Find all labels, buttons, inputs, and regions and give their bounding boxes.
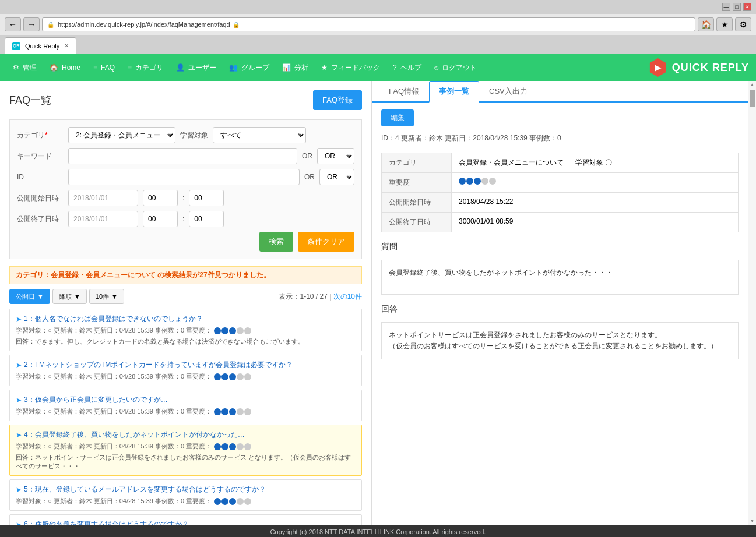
end-min-input[interactable] [189,211,224,227]
nav-user[interactable]: 👤 ユーザー [170,59,222,76]
faq-stars [214,408,251,415]
id-input[interactable] [68,169,300,185]
keyword-row: キーワード OR OR AND [17,148,354,164]
browser-tab-active[interactable]: QR Quick Reply ✕ [5,37,76,54]
id-or-select-wrapper: OR [319,169,354,185]
lock-icon: 🔒 [233,22,240,28]
right-panel: FAQ情報 事例一覧 CSV入出力 編集 ID：4 更新者：鈴木 更新日：201… [372,81,748,525]
star-nav-icon: ★ [321,63,328,72]
nav-feedback[interactable]: ★ フィードバック [315,59,386,76]
right-scrollbar[interactable]: ▲ ▼ [748,81,756,525]
faq-title[interactable]: ➤ 5：現在、登録しているメールアドレスを変更する場合はどうするのですか？ [16,485,356,494]
tab-close-button[interactable]: ✕ [64,43,69,49]
detail-star [459,178,466,185]
faq-title[interactable]: ➤ 6：住所や名義を変更する場合はどうするのですか？ [16,520,356,525]
keyword-or-select-wrapper: OR AND [317,148,354,164]
group-icon: 👥 [229,63,238,72]
category-label: カテゴリ* [17,130,64,140]
sort-count-button[interactable]: 10件 ▼ [89,289,124,304]
scroll-down-arrow[interactable]: ▼ [750,518,755,524]
end-hour-input[interactable] [143,211,178,227]
home-icon[interactable]: 🏠 [698,17,714,31]
search-button[interactable]: 検索 [259,232,293,252]
star-dot [221,373,228,380]
sort-count-arrow-icon: ▼ [111,293,118,300]
faq-meta-text: 学習対象：○ 更新者：鈴木 更新日：04/28 15:39 事例数：0 重要度： [16,326,212,335]
faq-item-6[interactable]: ➤ 6：住所や名義を変更する場合はどうするのですか？ 学習対象：○ 更新者：鈴木… [9,514,362,525]
nav-group-label: グループ [241,63,269,73]
star-dot [237,373,244,380]
address-bar[interactable]: 🔒 https://admin.dev.quick-reply.jp/#/ind… [42,17,695,31]
scroll-up-arrow[interactable]: ▲ [750,82,755,87]
filter-actions: 検索 条件クリア [17,232,354,252]
faq-register-button[interactable]: FAQ登録 [313,90,362,110]
tab-csv-io[interactable]: CSV入出力 [479,81,537,103]
scroll-thumb[interactable] [750,90,755,107]
footer: Copyright (c) 2018 NTT DATA INTELLILINK … [0,525,756,537]
tab-case-list[interactable]: 事例一覧 [429,81,479,103]
start-min-input[interactable] [189,190,224,206]
title-bar: — □ ✕ [0,0,756,14]
id-or-label: OR [304,173,315,181]
id-or-select[interactable]: OR [319,169,354,185]
settings-icon[interactable]: ⚙ [735,17,751,31]
clear-button[interactable]: 条件クリア [298,232,354,252]
keyword-or-select[interactable]: OR AND [317,148,354,164]
faq-stars [214,443,251,450]
faq-title[interactable]: ➤ 4：会員登録終了後、買い物をしたがネットポイントが付かなかった… [16,430,356,440]
faq-item-1[interactable]: ➤ 1：個人名でなければ会員登録はできないのでしょうか？ 学習対象：○ 更新者：… [9,309,362,351]
pager-info: 表示：1-10 / 27 | 次の10件 [279,292,362,302]
forward-button[interactable]: → [23,17,40,31]
nav-faq[interactable]: ≡ FAQ [87,60,121,75]
faq-title-text: 1：個人名でなければ会員登録はできないのでしょうか？ [24,314,203,324]
start-date-input[interactable] [68,190,138,206]
sort-order-label: 降順 [59,292,72,301]
faq-title-text: 4：会員登録終了後、買い物をしたがネットポイントが付かなかった… [24,430,245,440]
results-text: の検索結果が27件見つかりました。 [157,271,270,279]
learning-select[interactable]: すべて [213,127,306,143]
keyword-input[interactable] [68,148,297,164]
next-page-link[interactable]: 次の10件 [333,292,362,301]
nav-analysis-label: 分析 [294,63,308,73]
logo-icon: ▶ [649,58,667,77]
nav-group[interactable]: 👥 グループ [223,59,275,76]
edit-button[interactable]: 編集 [381,109,414,126]
sort-date-button[interactable]: 公開日 ▼ [9,289,50,304]
category-select[interactable]: 2: 会員登録・会員メニュー [68,127,175,143]
detail-star [489,178,496,185]
maximize-button[interactable]: □ [733,3,741,11]
sort-order-button[interactable]: 降順 ▼ [52,289,87,304]
nav-help[interactable]: ? ヘルプ [387,59,427,76]
nav-logout[interactable]: ⎋ ログアウト [428,59,483,76]
nav-manage[interactable]: ⚙ 管理 [7,59,43,76]
faq-stars [214,327,251,334]
star-icon[interactable]: ★ [716,17,733,31]
faq-item-5[interactable]: ➤ 5：現在、登録しているメールアドレスを変更する場合はどうするのですか？ 学習… [9,479,362,511]
faq-answer: 回答：ネットポイントサービスは正会員登録をされましたお客様のみのサービス となり… [16,453,356,471]
star-dot [214,327,221,334]
close-button[interactable]: ✕ [743,3,751,11]
nav-analysis[interactable]: 📊 分析 [276,59,314,76]
start-hour-input[interactable] [143,190,178,206]
faq-item-4[interactable]: ➤ 4：会員登録終了後、買い物をしたがネットポイントが付かなかった… 学習対象：… [9,425,362,476]
faq-title[interactable]: ➤ 3：仮会員から正会員に変更したいのですが… [16,395,356,405]
left-panel: FAQ一覧 FAQ登録 カテゴリ* 2: 会員登録・会員メニュー 学習対象 [0,81,372,525]
start-date-label: 公開開始日時 [17,193,64,203]
learning-target-value: 学習対象 〇 [575,158,612,167]
start-date-row: 公開開始日時 : [17,190,354,206]
nav-category[interactable]: ≡ カテゴリ [122,59,169,76]
nav-manage-label: 管理 [23,63,37,73]
faq-item-3[interactable]: ➤ 3：仮会員から正会員に変更したいのですが… 学習対象：○ 更新者：鈴木 更新… [9,390,362,421]
tab-faq-info[interactable]: FAQ情報 [379,81,429,103]
faq-title[interactable]: ➤ 2：TMネットショップのTMポイントカードを持っていますが会員登録は必要です… [16,360,356,370]
browser-tabs: QR Quick Reply ✕ [0,35,756,54]
browser-nav-bar: ← → 🔒 https://admin.dev.quick-reply.jp/#… [0,14,756,35]
faq-title[interactable]: ➤ 1：個人名でなければ会員登録はできないのでしょうか？ [16,314,356,324]
nav-home[interactable]: 🏠 Home [44,60,86,75]
star-dot [229,327,236,334]
faq-arrow-icon: ➤ [16,431,22,439]
minimize-button[interactable]: — [722,3,730,11]
end-date-input[interactable] [68,211,138,227]
back-button[interactable]: ← [5,17,21,31]
faq-item-2[interactable]: ➤ 2：TMネットショップのTMポイントカードを持っていますが会員登録は必要です… [9,355,362,386]
